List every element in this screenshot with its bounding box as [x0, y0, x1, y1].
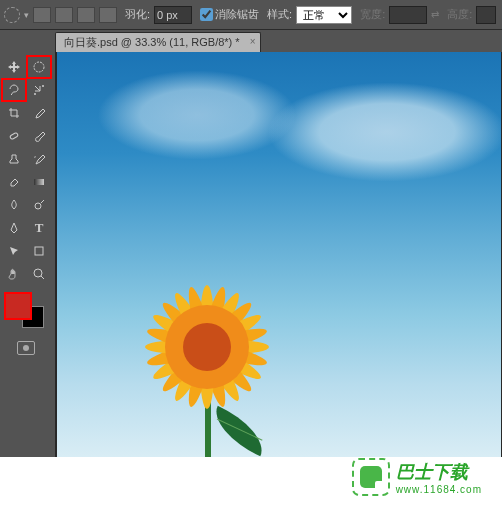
svg-rect-4: [34, 179, 44, 185]
svg-point-5: [35, 203, 41, 209]
path-select-tool[interactable]: [2, 240, 26, 262]
hand-tool[interactable]: [2, 263, 26, 285]
svg-point-0: [34, 62, 44, 72]
width-input: [389, 6, 427, 24]
document-tab-bar: 向日葵.psd @ 33.3% (11, RGB/8*) * ×: [0, 30, 502, 52]
selection-new-button[interactable]: [33, 7, 51, 23]
pen-tool[interactable]: [2, 217, 26, 239]
stamp-tool[interactable]: [2, 148, 26, 170]
selection-intersect-button[interactable]: [99, 7, 117, 23]
style-label: 样式:: [267, 7, 292, 22]
height-label: 高度:: [447, 7, 472, 22]
document-tab[interactable]: 向日葵.psd @ 33.3% (11, RGB/8*) * ×: [55, 32, 261, 52]
eyedropper-tool[interactable]: [27, 102, 51, 124]
move-tool[interactable]: [2, 56, 26, 78]
ellipse-marquee-icon: [4, 7, 20, 23]
watermark-brand: 巴士下载: [396, 460, 482, 484]
link-icon: ⇄: [431, 9, 439, 20]
marquee-tool[interactable]: [27, 56, 51, 78]
svg-point-1: [34, 93, 36, 95]
feather-input[interactable]: [154, 6, 192, 24]
type-tool[interactable]: T: [27, 217, 51, 239]
eraser-tool[interactable]: [2, 171, 26, 193]
chevron-down-icon[interactable]: ▾: [24, 10, 29, 20]
antialias-checkbox[interactable]: 消除锯齿: [200, 7, 259, 22]
svg-rect-6: [35, 247, 43, 255]
svg-rect-3: [10, 132, 19, 139]
flower-center-inner: [183, 323, 231, 371]
svg-point-2: [42, 85, 44, 87]
gradient-tool[interactable]: [27, 171, 51, 193]
canvas-area: [55, 52, 502, 457]
dodge-tool[interactable]: [27, 194, 51, 216]
options-bar: ▾ 羽化: 消除锯齿 样式: 正常 宽度: ⇄ 高度:: [0, 0, 502, 30]
selection-add-button[interactable]: [55, 7, 73, 23]
antialias-label: 消除锯齿: [215, 7, 259, 22]
zoom-tool[interactable]: [27, 263, 51, 285]
color-swatches[interactable]: [2, 290, 52, 332]
watermark-logo-icon: [352, 458, 390, 496]
tool-panel: T: [0, 52, 55, 457]
canvas[interactable]: [57, 52, 501, 457]
tab-title: 向日葵.psd @ 33.3% (11, RGB/8*) *: [64, 36, 240, 48]
crop-tool[interactable]: [2, 102, 26, 124]
healing-tool[interactable]: [2, 125, 26, 147]
selection-subtract-button[interactable]: [77, 7, 95, 23]
quick-mask-button[interactable]: [14, 338, 38, 358]
sunflower-graphic: [117, 262, 317, 457]
close-icon[interactable]: ×: [250, 36, 256, 47]
cloud-shape: [97, 70, 297, 160]
history-brush-tool[interactable]: [27, 148, 51, 170]
antialias-check-input[interactable]: [200, 8, 213, 21]
style-select[interactable]: 正常: [296, 6, 352, 24]
height-input: [476, 6, 496, 24]
blur-tool[interactable]: [2, 194, 26, 216]
lasso-tool[interactable]: [2, 79, 26, 101]
feather-label: 羽化:: [125, 7, 150, 22]
width-label: 宽度:: [360, 7, 385, 22]
watermark-url: www.11684.com: [396, 484, 482, 495]
cloud-shape: [267, 82, 501, 182]
brush-tool[interactable]: [27, 125, 51, 147]
svg-point-7: [34, 269, 42, 277]
quick-select-tool[interactable]: [27, 79, 51, 101]
foreground-color[interactable]: [4, 292, 32, 320]
shape-tool[interactable]: [27, 240, 51, 262]
watermark: 巴士下载 www.11684.com: [352, 458, 482, 496]
